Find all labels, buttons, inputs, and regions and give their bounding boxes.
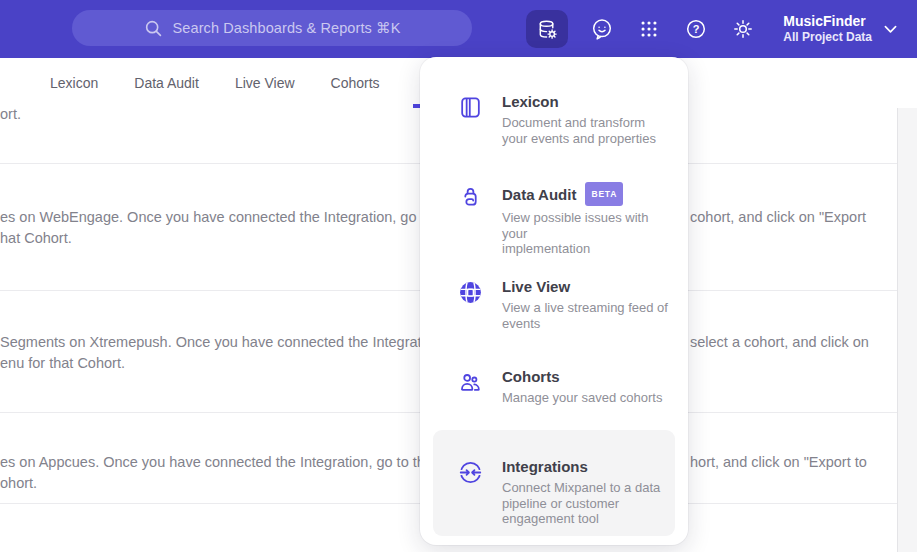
menu-item-description: Document and transform your events and p… [502, 115, 656, 146]
menu-item-description: Connect Mixpanel to a data pipeline or c… [502, 480, 660, 527]
help-button[interactable]: ? [683, 10, 709, 48]
search-icon [144, 19, 163, 38]
menu-item-lexicon[interactable]: Lexicon Document and transform your even… [458, 92, 676, 146]
row-text-fragment: select a cohort, and click on [690, 334, 869, 351]
tab-cohorts[interactable]: Cohorts [331, 75, 380, 91]
chat-smiley-icon [590, 17, 614, 41]
search-placeholder: Search Dashboards & Reports ⌘K [173, 20, 401, 36]
app-window: ort. es on WebEngage. Once you have conn… [0, 0, 917, 552]
menu-item-cohorts[interactable]: Cohorts Manage your saved cohorts [458, 367, 676, 406]
row-text-fragment: es on WebEngage. Once you have connected… [0, 209, 457, 226]
beta-badge: BETA [585, 182, 623, 206]
menu-item-data-audit[interactable]: Data Audit BETA View possible issues wit… [458, 182, 676, 257]
scroll-gutter[interactable] [897, 108, 917, 552]
row-text-fragment: enu for that Cohort. [0, 355, 125, 372]
help-icon: ? [684, 17, 708, 41]
row-text-fragment: hat Cohort. [0, 230, 72, 247]
menu-item-description: View possible issues with your implement… [502, 210, 676, 257]
apps-grid-button[interactable] [636, 10, 662, 48]
svg-text:?: ? [693, 23, 700, 35]
users-icon [458, 370, 483, 395]
menu-item-title: Data Audit BETA [502, 182, 676, 206]
row-text-fragment: es on Appcues. Once you have connected t… [0, 454, 449, 471]
database-gear-icon [536, 18, 559, 41]
data-management-button[interactable] [526, 10, 568, 48]
row-text-fragment: ohort. [0, 475, 37, 492]
header-actions: ? MusicFinder All Project Data [526, 0, 897, 58]
chevron-down-icon [884, 25, 897, 34]
menu-item-title: Integrations [502, 457, 660, 476]
menu-item-description: View a live streaming feed of events [502, 300, 668, 331]
top-nav-bar: Search Dashboards & Reports ⌘K [0, 0, 917, 58]
tab-live-view[interactable]: Live View [235, 75, 295, 91]
row-text-fragment: cohort, and click on "Export [690, 209, 866, 226]
search-input[interactable]: Search Dashboards & Reports ⌘K [72, 10, 472, 46]
menu-item-integrations[interactable]: Integrations Connect Mixpanel to a data … [458, 457, 676, 527]
settings-button[interactable] [730, 10, 756, 48]
row-text-fragment: ort. [0, 106, 21, 123]
menu-item-description: Manage your saved cohorts [502, 390, 662, 406]
menu-item-title: Lexicon [502, 92, 656, 111]
grid-dots-icon [638, 18, 660, 40]
project-switcher[interactable]: MusicFinder All Project Data [777, 13, 897, 46]
row-text-fragment: Segments on Xtremepush. Once you have co… [0, 334, 445, 351]
tab-data-audit[interactable]: Data Audit [134, 75, 199, 91]
navigation-dropdown-panel: Lexicon Document and transform your even… [420, 57, 688, 545]
menu-item-live-view[interactable]: Live View View a live streaming feed of … [458, 277, 676, 331]
globe-icon [458, 280, 483, 305]
project-name: MusicFinder [783, 13, 872, 31]
menu-item-title: Live View [502, 277, 668, 296]
feedback-button[interactable] [589, 10, 615, 48]
tab-lexicon[interactable]: Lexicon [50, 75, 98, 91]
data-audit-lock-icon [458, 185, 483, 210]
lexicon-book-icon [458, 95, 483, 120]
integrations-icon [458, 460, 483, 485]
gear-icon [731, 17, 755, 41]
menu-item-title: Cohorts [502, 367, 662, 386]
project-subtitle: All Project Data [783, 30, 872, 45]
row-text-fragment: hort, and click on "Export to [690, 454, 867, 471]
